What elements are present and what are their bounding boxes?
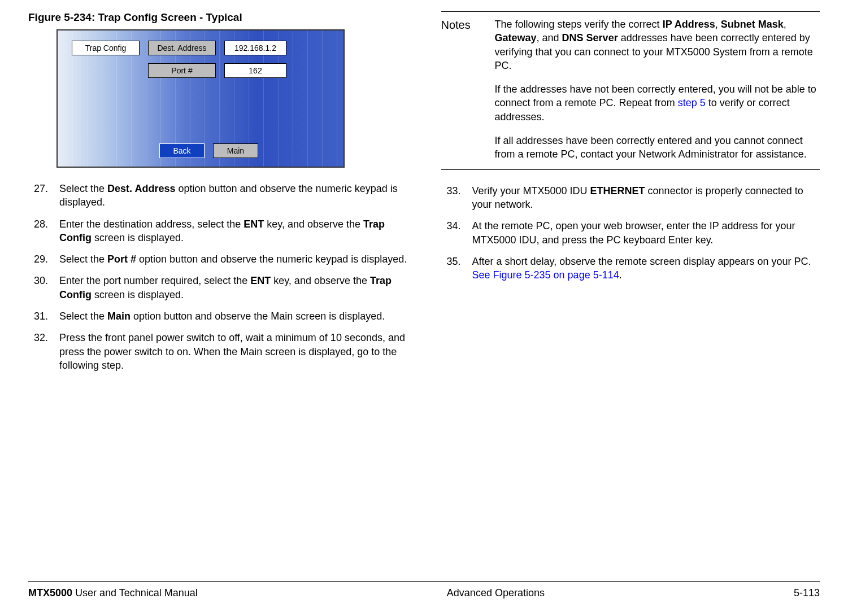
step-text: Select the Main option button and observ… <box>59 309 407 323</box>
step-number: 32. <box>28 331 59 372</box>
step-number: 33. <box>441 184 472 212</box>
step-number: 34. <box>441 219 472 247</box>
step-text: Enter the port number required, select t… <box>59 274 407 302</box>
notes-block: Notes The following steps verify the cor… <box>441 11 820 170</box>
footer-right: 5-113 <box>794 587 820 599</box>
step-text: Select the Port # option button and obse… <box>59 252 407 266</box>
footer-left: MTX5000 User and Technical Manual <box>28 587 198 599</box>
port-number-button[interactable]: Port # <box>148 63 216 78</box>
step-text: After a short delay, observe the remote … <box>472 255 820 282</box>
step-item: 30. Enter the port number required, sele… <box>28 274 407 302</box>
step-item: 34. At the remote PC, open your web brow… <box>441 219 820 247</box>
step-item: 35. After a short delay, observe the rem… <box>441 255 820 282</box>
trap-config-screen: Trap Config Dest. Address 192.168.1.2 Po… <box>56 29 345 168</box>
dest-address-value: 192.168.1.2 <box>224 41 286 55</box>
steps-left: 27. Select the Dest. Address option butt… <box>28 182 407 372</box>
step-item: 31. Select the Main option button and ob… <box>28 309 407 323</box>
step-item: 27. Select the Dest. Address option butt… <box>28 182 407 209</box>
dest-address-button[interactable]: Dest. Address <box>148 41 216 55</box>
notes-text: The following steps verify the correct I… <box>495 18 820 161</box>
step-text: Press the front panel power switch to of… <box>59 331 407 372</box>
footer-center: Advanced Operations <box>447 587 545 599</box>
figure-5-235-link[interactable]: See Figure 5-235 on page 5-114 <box>472 269 619 281</box>
step-text: At the remote PC, open your web browser,… <box>472 219 820 247</box>
step-number: 29. <box>28 252 59 266</box>
port-number-value: 162 <box>224 63 286 78</box>
notes-label: Notes <box>441 18 495 161</box>
step-number: 27. <box>28 182 59 209</box>
step-item: 33. Verify your MTX5000 IDU ETHERNET con… <box>441 184 820 212</box>
page-footer: MTX5000 User and Technical Manual Advanc… <box>28 581 820 599</box>
step-text: Select the Dest. Address option button a… <box>59 182 407 209</box>
steps-right: 33. Verify your MTX5000 IDU ETHERNET con… <box>441 184 820 282</box>
step-item: 28. Enter the destination address, selec… <box>28 217 407 245</box>
step-text: Verify your MTX5000 IDU ETHERNET connect… <box>472 184 820 212</box>
step-number: 31. <box>28 309 59 323</box>
back-button[interactable]: Back <box>159 143 205 158</box>
step-5-link[interactable]: step 5 <box>678 97 706 108</box>
step-text: Enter the destination address, select th… <box>59 217 407 245</box>
step-item: 29. Select the Port # option button and … <box>28 252 407 266</box>
figure-title: Figure 5-234: Trap Config Screen - Typic… <box>28 11 407 24</box>
step-number: 28. <box>28 217 59 245</box>
trap-config-label: Trap Config <box>72 41 140 55</box>
step-item: 32. Press the front panel power switch t… <box>28 331 407 372</box>
step-number: 30. <box>28 274 59 302</box>
main-button[interactable]: Main <box>213 143 258 158</box>
step-number: 35. <box>441 255 472 282</box>
